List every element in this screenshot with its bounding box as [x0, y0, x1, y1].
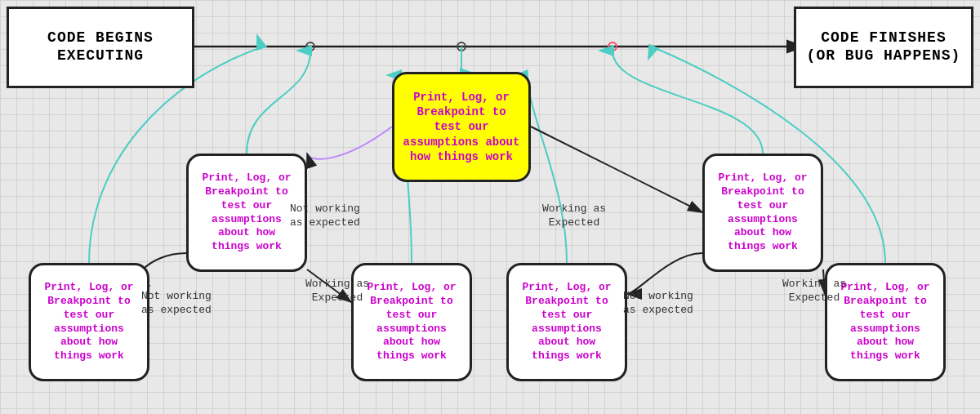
start-label: CODE BEGINS EXECUTING [47, 29, 154, 65]
svg-line-10 [531, 127, 702, 212]
end-label: CODE FINISHES (OR BUG HAPPENS) [807, 29, 961, 65]
node-far-left: Print, Log, or Breakpoint to test our as… [29, 263, 149, 381]
svg-point-8 [608, 42, 617, 51]
end-box: CODE FINISHES (OR BUG HAPPENS) [794, 7, 973, 88]
label-working-3: Working as Expected [782, 278, 846, 305]
label-not-working-1: Not working as expected [290, 203, 360, 230]
node-center-right: Print, Log, or Breakpoint to test our as… [506, 263, 627, 381]
start-box: CODE BEGINS EXECUTING [7, 7, 194, 88]
label-not-working-3: Not working as expected [623, 290, 693, 318]
label-working-2: Working as Expected [305, 278, 369, 305]
node-left1: Print, Log, or Breakpoint to test our as… [186, 154, 307, 272]
svg-point-6 [306, 42, 314, 51]
diagram: CODE BEGINS EXECUTING CODE FINISHES (OR … [0, 0, 980, 414]
node-center: Print, Log, or Breakpoint to test our as… [392, 72, 531, 182]
label-working-1: Working as Expected [542, 203, 606, 230]
svg-point-7 [457, 42, 466, 51]
label-not-working-2: Not working as expected [141, 290, 212, 318]
node-center-left: Print, Log, or Breakpoint to test our as… [351, 263, 472, 381]
node-right1: Print, Log, or Breakpoint to test our as… [702, 154, 823, 272]
